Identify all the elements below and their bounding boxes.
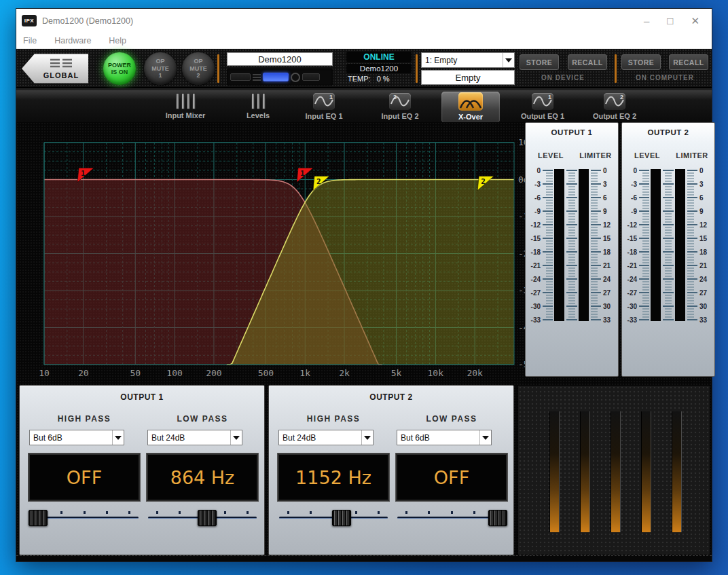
- maximize-button[interactable]: □: [667, 16, 673, 26]
- o2-high-pass-slider[interactable]: [278, 509, 389, 530]
- device-rack-image: [227, 69, 333, 86]
- svg-text:100: 100: [166, 368, 182, 378]
- svg-text:50: 50: [130, 368, 141, 378]
- menu-file[interactable]: File: [23, 36, 37, 45]
- svg-text:1: 1: [548, 94, 551, 100]
- o2-low-pass-slider[interactable]: [396, 509, 507, 530]
- svg-text:200: 200: [206, 368, 221, 378]
- connection-status: ONLINE Demo1200 TEMP: 0 %: [346, 52, 412, 83]
- decor-bar: [611, 411, 621, 532]
- decor-bar: [549, 411, 560, 532]
- tab-output-eq-2[interactable]: 2 Output EQ 2: [585, 92, 644, 123]
- svg-text:21: 21: [603, 262, 611, 270]
- device-name-input[interactable]: [227, 52, 333, 66]
- chevron-down-icon: [112, 430, 124, 445]
- svg-text:10k: 10k: [428, 368, 444, 378]
- svg-text:-24: -24: [531, 276, 541, 283]
- panel-title: OUTPUT 1: [20, 392, 264, 402]
- level-label: LEVEL: [530, 151, 572, 160]
- svg-text:20k: 20k: [467, 368, 483, 378]
- o1-low-pass-slider[interactable]: [147, 509, 258, 530]
- op-mute-2-button[interactable]: OP MUTE 2: [182, 52, 215, 85]
- recall-on-computer-button[interactable]: RECALL: [669, 54, 708, 70]
- svg-text:500: 500: [258, 368, 274, 378]
- power-label-2: IS ON: [111, 69, 128, 75]
- o2-high-pass-type-select[interactable]: But 24dB: [278, 430, 374, 445]
- tab-input-eq-2[interactable]: 2 Input EQ 2: [371, 92, 429, 123]
- o1-high-pass-type-select[interactable]: But 6dB: [29, 430, 124, 445]
- svg-text:1k: 1k: [299, 368, 310, 378]
- global-button[interactable]: GLOBAL: [22, 53, 88, 84]
- window-title: Demo1200 (Demo1200): [42, 16, 644, 26]
- svg-text:0: 0: [633, 167, 637, 174]
- tab-input-mixer[interactable]: Input Mixer: [156, 92, 215, 123]
- svg-text:18: 18: [699, 248, 708, 256]
- tab-levels[interactable]: Levels: [229, 92, 287, 123]
- o2-low-pass-type-select[interactable]: But 6dB: [397, 430, 492, 445]
- divider: [217, 54, 219, 83]
- tab-input-eq-1[interactable]: 1 Input EQ 1: [295, 92, 353, 123]
- preset-name-input[interactable]: [421, 70, 515, 85]
- svg-text:6: 6: [699, 194, 704, 202]
- op-mute-1-button[interactable]: OP MUTE 1: [144, 52, 177, 85]
- rack-left-block: [230, 73, 251, 81]
- svg-text:-6: -6: [534, 194, 541, 202]
- titlebar: IPX Demo1200 (Demo1200) – □ ✕: [16, 9, 712, 33]
- svg-text:1: 1: [81, 169, 86, 178]
- slider-knob[interactable]: [488, 510, 507, 526]
- power-button[interactable]: POWER IS ON: [103, 52, 136, 85]
- svg-text:-21: -21: [531, 262, 541, 270]
- svg-text:12: 12: [603, 221, 611, 229]
- svg-text:12: 12: [699, 221, 708, 229]
- rack-lcd-screen: [263, 73, 289, 81]
- svg-text:-18: -18: [531, 248, 541, 256]
- store-on-computer-button[interactable]: STORE: [621, 54, 661, 70]
- slider-knob[interactable]: [332, 510, 351, 526]
- svg-text:2: 2: [620, 94, 623, 100]
- svg-text:21: 21: [699, 262, 708, 270]
- close-button[interactable]: ✕: [691, 16, 699, 26]
- status-device-name: Demo1200: [346, 64, 412, 73]
- bottom-strip: [16, 555, 712, 561]
- svg-text:1: 1: [300, 169, 305, 178]
- svg-text:33: 33: [603, 316, 611, 324]
- svg-text:6: 6: [603, 194, 607, 202]
- o1-low-pass-type-select[interactable]: But 24dB: [147, 430, 242, 445]
- tab-x-over[interactable]: X-Over: [441, 92, 500, 123]
- store-on-device-button[interactable]: STORE: [520, 54, 559, 70]
- minimize-button[interactable]: –: [644, 16, 649, 26]
- svg-text:30: 30: [699, 303, 708, 310]
- o1-high-pass-slider[interactable]: [29, 509, 140, 530]
- menu-lines-icon: [49, 58, 73, 70]
- panel-title: OUTPUT 2: [269, 392, 513, 402]
- divider: [416, 54, 418, 83]
- svg-text:-27: -27: [627, 289, 638, 297]
- eq-sine-icon: 1: [532, 93, 553, 110]
- svg-text:0: 0: [699, 167, 704, 174]
- tab-output-eq-1[interactable]: 1 Output EQ 1: [513, 92, 572, 123]
- svg-text:-30: -30: [627, 303, 638, 310]
- on-computer-caption: ON COMPUTER: [621, 74, 709, 81]
- limiter-label: LIMITER: [575, 151, 617, 160]
- decor-bar: [641, 411, 651, 532]
- recall-on-device-button[interactable]: RECALL: [568, 54, 607, 70]
- app-window: IPX Demo1200 (Demo1200) – □ ✕ File Hardw…: [16, 9, 712, 561]
- svg-text:20: 20: [78, 368, 89, 378]
- svg-text:-18: -18: [627, 248, 638, 256]
- menu-help[interactable]: Help: [109, 36, 126, 45]
- svg-text:2: 2: [393, 94, 397, 100]
- preset-select[interactable]: 1: Empty: [421, 52, 515, 68]
- level-limiter-meters: 00-33-66-99-1212-1515-1818-2121-2424-272…: [526, 165, 619, 328]
- slider-knob[interactable]: [198, 510, 217, 526]
- menu-hardware[interactable]: Hardware: [54, 36, 91, 45]
- svg-text:-9: -9: [534, 208, 541, 215]
- svg-text:-33: -33: [531, 316, 541, 324]
- main-content: 11221020501002005001k2k5k10k20k100dB-10-…: [16, 122, 712, 555]
- svg-text:-6: -6: [631, 194, 637, 202]
- slider-knob[interactable]: [29, 510, 48, 526]
- svg-text:2k: 2k: [339, 368, 350, 378]
- svg-text:24: 24: [699, 276, 708, 283]
- eq-sine-icon: 2: [604, 93, 625, 110]
- xover-chart[interactable]: 11221020501002005001k2k5k10k20k100dB-10-…: [16, 122, 532, 384]
- o2-low-pass-freq-display: OFF: [396, 453, 507, 501]
